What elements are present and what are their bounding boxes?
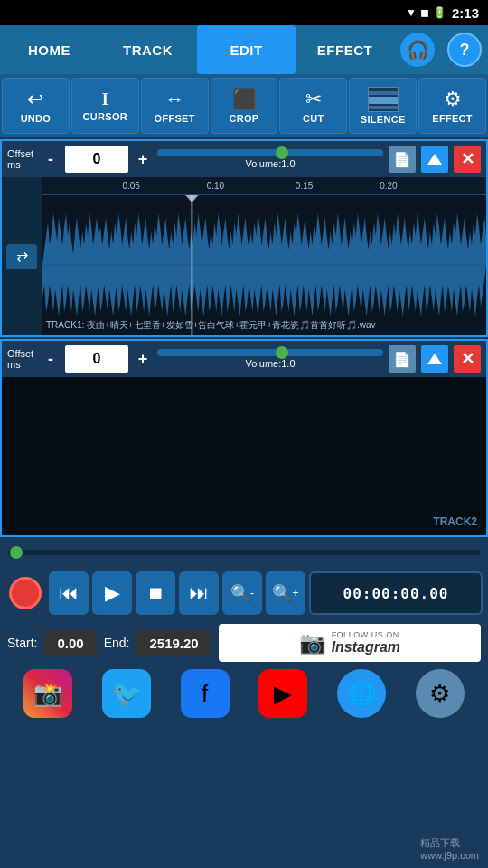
wifi-icon: ▼ [406,6,417,19]
track1-controls: Offsetms - 0 + Volume:1.0 📄 ✕ [2,141,486,177]
watermark: 精品下载www.j9p.com [420,836,479,861]
time-mark-2: 0:10 [207,181,224,191]
silence-button[interactable]: SILENCE [349,78,417,134]
effect-button[interactable]: ⚙ EFFECT [418,78,486,134]
time-mark-4: 0:20 [380,181,397,191]
cursor-button[interactable]: I CURSOR [71,78,139,134]
cut-icon: ✂ [305,88,322,111]
crop-label: CROP [230,113,259,124]
headphone-icon: 🎧 [400,33,435,67]
cursor-label: CURSOR [83,111,127,122]
status-bar: ▼ ◼ 🔋 2:13 [0,0,488,25]
track2-offset-input[interactable]: 0 [65,345,128,373]
timeline-row [0,539,488,566]
stop-button[interactable]: ⏹ [136,571,175,615]
instagram-banner[interactable]: 📷 FOLLOW US ON Instagram [219,624,481,662]
effect-icon: ⚙ [444,88,462,111]
social-twitter-button[interactable]: 🐦 [102,669,151,718]
time-mark-3: 0:15 [296,181,313,191]
effect-label: EFFECT [432,113,473,124]
record-button[interactable] [5,571,45,615]
offset-label: OFFSET [155,113,195,124]
tab-edit[interactable]: EDIT [197,25,296,74]
social-facebook-button[interactable]: f [181,669,230,718]
startend-row: Start: 0.00 End: 2519.20 📷 FOLLOW US ON … [0,620,488,665]
track2-controls: Offsetms - 0 + Volume:1.0 📄 ✕ [2,341,486,377]
track1-file-button[interactable]: 📄 [389,146,416,173]
offset-button[interactable]: ↔ OFFSET [141,78,209,134]
track1-plus-button[interactable]: + [134,150,152,169]
svg-rect-0 [369,91,399,95]
track1-waveform-canvas[interactable]: 0:05 0:10 0:15 0:20 [42,177,486,335]
track2-volume-slider[interactable] [157,349,383,356]
track1-minus-button[interactable]: - [42,150,60,169]
facebook-icon: f [202,680,208,708]
instagram-social-icon: 📸 [33,680,62,708]
forward-button[interactable]: ⏭ [179,571,219,615]
instagram-follow-text: FOLLOW US ON [332,630,399,639]
track1-waveform-area: ⇄ 0:05 0:10 0:15 0:20 [2,177,486,335]
track1-volume-thumb [276,146,288,159]
track1-up-button[interactable] [421,146,448,173]
track1-volume-container: Volume:1.0 [157,149,383,169]
instagram-text: FOLLOW US ON Instagram [332,630,400,656]
undo-button[interactable]: ↩ UNDO [2,78,70,134]
signal-icon: ◼ [420,6,429,19]
undo-label: UNDO [21,113,52,124]
svg-rect-2 [369,106,399,109]
cursor-icon: I [102,90,108,109]
track2-offset-label: Offsetms [7,348,36,370]
track2-delete-button[interactable]: ✕ [454,345,481,373]
toolbar: ↩ UNDO I CURSOR ↔ OFFSET ⬛ CROP ✂ CUT SI… [0,74,488,137]
zoom-out-button[interactable]: 🔍- [222,571,262,615]
tab-home[interactable]: HOME [0,25,99,74]
status-icons: ▼ ◼ 🔋 [406,6,446,19]
track2-plus-button[interactable]: + [134,350,152,369]
cut-label: CUT [303,113,324,124]
silence-icon [368,87,399,112]
track2-waveform-area: TRACK2 [2,377,486,535]
timeline-slider[interactable] [7,550,481,555]
track1-container: Offsetms - 0 + Volume:1.0 📄 ✕ ⇄ 0:05 0:1… [0,139,488,337]
undo-icon: ↩ [27,88,43,111]
help-button[interactable]: ? [441,28,488,71]
track2-file-button[interactable]: 📄 [389,345,416,373]
track1-delete-button[interactable]: ✕ [454,146,481,173]
social-instagram-button[interactable]: 📸 [23,669,72,718]
track1-waveform-visual: TRACK1: 夜曲+晴天+七里香+发如雪+告白气球+霍元甲+青花瓷🎵首首好听🎵… [42,195,486,335]
crop-button[interactable]: ⬛ CROP [211,78,278,134]
social-web-button[interactable]: 🌐 [337,669,386,718]
start-value[interactable]: 0.00 [44,630,96,656]
time-display: 00:00:00.00 [309,571,483,615]
tab-track[interactable]: TRACK [99,25,197,74]
web-icon: 🌐 [347,680,376,708]
play-button[interactable]: ▶ [92,571,132,615]
tab-effect[interactable]: EFFECT [296,25,394,74]
track2-up-button[interactable] [421,345,448,373]
social-settings-button[interactable]: ⚙ [416,669,465,718]
end-label: End: [104,636,130,650]
track2-empty: TRACK2 [42,377,486,535]
status-time: 2:13 [452,5,479,21]
track2-volume-thumb [276,346,288,359]
track2-container: Offsetms - 0 + Volume:1.0 📄 ✕ TRACK2 [0,339,488,537]
rewind-button[interactable]: ⏮ [49,571,89,615]
instagram-icon: 📷 [299,630,326,656]
track1-waveform-side[interactable]: ⇄ [2,177,42,335]
track1-offset-label: Offsetms [7,148,36,170]
offset-icon: ↔ [164,88,184,111]
time-mark-1: 0:05 [122,181,139,191]
transport-controls: ⏮ ▶ ⏹ ⏭ 🔍- 🔍+ 00:00:00.00 [0,566,488,620]
zoom-in-button[interactable]: 🔍+ [266,571,305,615]
track1-volume-slider[interactable] [157,149,383,156]
end-value[interactable]: 2519.20 [136,630,211,656]
twitter-icon: 🐦 [112,680,141,708]
social-youtube-button[interactable]: ▶ [258,669,307,718]
headphone-button[interactable]: 🎧 [394,28,441,71]
instagram-name: Instagram [332,639,400,656]
track2-minus-button[interactable]: - [42,350,60,369]
cut-button[interactable]: ✂ CUT [279,78,347,134]
track1-offset-input[interactable]: 0 [65,146,128,173]
crop-icon: ⬛ [232,88,257,111]
track2-volume-container: Volume:1.0 [157,349,383,369]
